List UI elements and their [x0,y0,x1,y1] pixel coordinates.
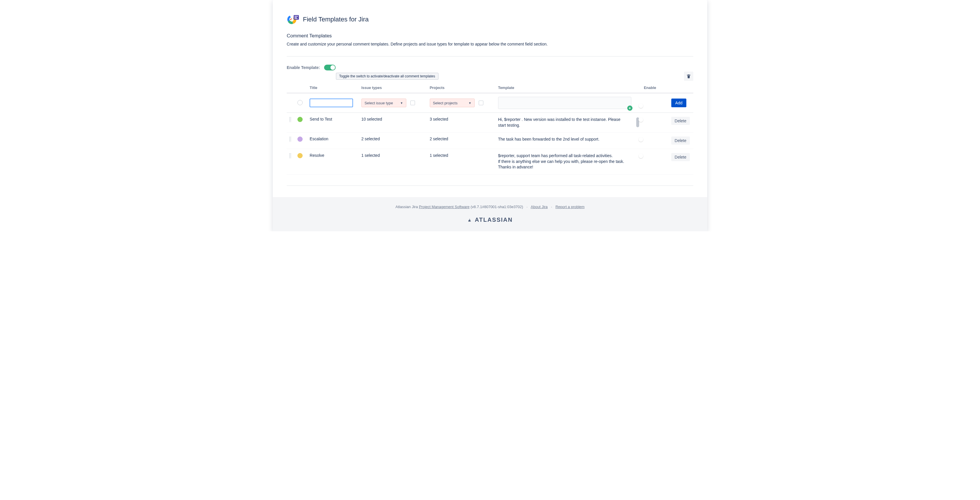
enable-template-toggle[interactable] [324,65,336,70]
chevron-down-icon: ▼ [469,101,471,105]
drag-handle-icon[interactable] [289,153,291,158]
th-enable: Enable [641,83,669,93]
th-issue-types: Issue types [359,83,428,93]
row-issue-types: 1 selected [359,149,428,174]
enable-template-tooltip: Toggle the switch to activate/deactivate… [336,73,439,80]
templates-table: Title Issue types Projects Template Enab… [287,83,693,174]
delete-button[interactable]: Delete [671,153,690,161]
drag-handle-icon[interactable] [289,137,291,142]
footer-prefix: Atlassian Jira [396,204,419,209]
row-color-swatch[interactable] [298,153,302,158]
row-projects: 2 selected [428,133,496,149]
enable-template-label: Enable Template: [287,65,320,70]
delete-button[interactable]: Delete [671,117,690,125]
divider [287,185,693,186]
row-projects: 1 selected [428,149,496,174]
th-template: Template [496,83,642,93]
app-title: Field Templates for Jira [303,16,369,23]
row-title: Escalation [307,133,359,149]
footer-link-pms[interactable]: Project Management Software [419,204,469,209]
trash-icon [686,74,691,78]
row-template-text: Hi, $reporter . New version was installe… [498,117,625,128]
section-title: Comment Templates [287,33,693,39]
projects-select[interactable]: Select projects ▼ [430,99,475,107]
section-description: Create and customize your personal comme… [287,42,693,46]
title-input[interactable] [310,99,353,107]
table-row: Escalation 2 selected 2 selected The tas… [287,133,693,149]
svg-rect-2 [294,16,298,16]
template-input[interactable] [498,97,631,109]
drag-handle-icon[interactable] [289,117,291,122]
row-title: Resolve [307,149,359,174]
row-issue-types: 10 selected [359,113,428,133]
chevron-down-icon: ▼ [400,101,403,105]
delete-button[interactable]: Delete [671,137,690,145]
row-color-swatch[interactable] [298,117,302,122]
issue-type-select[interactable]: Select issue type ▼ [361,99,406,107]
footer: Atlassian Jira Project Management Softwa… [273,197,707,231]
issue-type-all-checkbox[interactable] [410,101,415,105]
th-projects: Projects [428,83,496,93]
atlassian-icon [468,217,473,222]
page-header: Field Templates for Jira [287,14,693,24]
issue-type-placeholder: Select issue type [364,101,393,105]
row-title: Send to Test [307,113,359,133]
table-row: Resolve 1 selected 1 selected $reporter,… [287,149,693,174]
projects-placeholder: Select projects [433,101,458,105]
app-logo-icon [287,14,299,24]
row-projects: 3 selected [428,113,496,133]
svg-rect-3 [294,17,297,18]
add-variable-button[interactable]: + [627,105,633,111]
footer-link-about[interactable]: About Jira [531,204,548,209]
atlassian-logo: ATLASSIAN [273,217,707,223]
new-template-row: Select issue type ▼ Select projects ▼ [287,93,693,113]
row-issue-types: 2 selected [359,133,428,149]
color-picker-empty[interactable] [298,100,302,105]
footer-version: (v8.7.1#807001-sha1:03e3702) [469,204,523,209]
row-template-text: The task has been forwarded to the 2nd l… [498,137,625,142]
projects-all-checkbox[interactable] [479,101,483,105]
th-title: Title [307,83,359,93]
table-row: Send to Test 10 selected 3 selected Hi, … [287,113,693,133]
footer-link-report[interactable]: Report a problem [555,204,584,209]
svg-point-0 [289,18,292,21]
row-color-swatch[interactable] [298,137,302,142]
svg-rect-4 [294,18,298,19]
delete-all-button[interactable] [684,72,693,81]
row-template-text: $reporter, support team has performed al… [498,153,625,170]
add-button[interactable]: Add [671,99,687,107]
